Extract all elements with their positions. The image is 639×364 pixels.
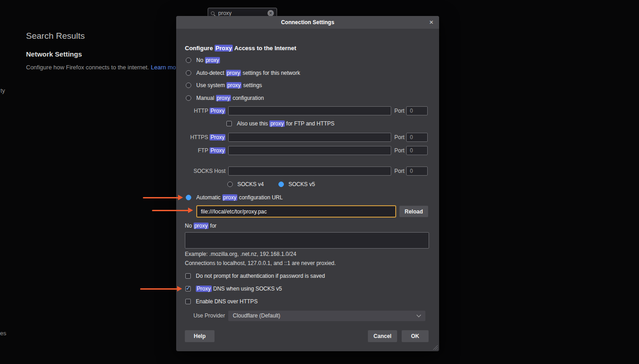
https-port-input[interactable]	[406, 133, 428, 142]
port-label: Port	[394, 106, 404, 116]
checkbox-icon-checked[interactable]: ✓	[185, 286, 191, 291]
label-pre: HTTP	[194, 108, 210, 114]
label-post: configuration	[231, 95, 264, 101]
resize-grip[interactable]	[433, 345, 438, 350]
reload-button[interactable]: Reload	[399, 206, 428, 217]
option-label: Use system proxy settings	[196, 82, 262, 88]
option-label: Auto-detect proxy settings for this netw…	[196, 70, 300, 76]
label-post: settings for this network	[241, 70, 300, 76]
cancel-button[interactable]: Cancel	[368, 330, 397, 342]
option-label: Enable DNS over HTTPS	[196, 298, 257, 305]
arrow-head-icon	[177, 286, 182, 291]
label-post: for	[209, 223, 216, 229]
socks-v5-label: SOCKS v5	[288, 181, 315, 187]
proxy-dns-checkbox-row[interactable]: ✓ Proxy DNS when using SOCKS v5	[185, 284, 282, 293]
label-pre: No	[196, 57, 205, 63]
ok-button[interactable]: OK	[402, 330, 429, 342]
annotation-arrow-proxy-dns	[140, 286, 182, 292]
http-proxy-row: HTTP Proxy Port	[176, 106, 439, 116]
sidebar-label-fragment-bottom: es	[0, 330, 6, 337]
label-pre: Auto-detect	[196, 70, 226, 76]
provider-selected-value: Cloudflare (Default)	[233, 312, 280, 319]
radio-icon[interactable]	[186, 195, 191, 200]
arrow-head-icon	[188, 208, 193, 213]
search-icon	[211, 11, 215, 15]
auth-prompt-checkbox-row[interactable]: Do not prompt for authentication if pass…	[185, 271, 325, 281]
checkbox-icon[interactable]	[226, 121, 232, 126]
label-pre: Use system	[196, 82, 226, 88]
radio-option-auto-detect[interactable]: Auto-detect proxy settings for this netw…	[186, 68, 300, 78]
radio-icon[interactable]	[186, 57, 191, 63]
sidebar-label-fragment-top: ty	[0, 87, 5, 94]
https-proxy-row: HTTPS Proxy Port	[176, 132, 439, 142]
radio-option-system-proxy[interactable]: Use system proxy settings	[186, 81, 262, 90]
http-proxy-input[interactable]	[228, 106, 391, 115]
radio-icon[interactable]	[186, 95, 191, 101]
use-provider-label: Use Provider	[176, 311, 225, 321]
option-label: Also use this proxy for FTP and HTTPS	[237, 120, 335, 127]
dialog-titlebar: Connection Settings ✕	[176, 16, 439, 29]
radio-option-auto-config-url[interactable]: Automatic proxy configuration URL	[186, 193, 283, 202]
label-pre: Enable DNS over HTTPS	[196, 298, 257, 305]
socks-port-input[interactable]	[406, 166, 428, 176]
socks-v4-label: SOCKS v4	[237, 181, 264, 187]
provider-select[interactable]: Cloudflare (Default)	[228, 311, 425, 321]
checkbox-icon[interactable]	[185, 299, 191, 304]
dialog-heading: Configure Proxy Access to the Internet	[185, 45, 296, 52]
http-port-input[interactable]	[406, 106, 428, 115]
help-button[interactable]: Help	[185, 330, 215, 342]
label-pre: Also use this	[237, 120, 269, 127]
label-pre: HTTPS	[190, 134, 210, 140]
port-label: Port	[394, 132, 404, 142]
label-post: settings	[241, 82, 262, 88]
socks-host-row: SOCKS Host Port	[176, 166, 439, 176]
heading-highlight: Proxy	[215, 45, 233, 52]
socks-host-label: SOCKS Host	[176, 166, 225, 176]
arrow-line	[143, 197, 179, 198]
label-pre: Manual	[196, 95, 216, 101]
use-provider-row: Use Provider Cloudflare (Default)	[176, 311, 439, 321]
radio-icon[interactable]	[186, 70, 191, 76]
label-pre: Do not prompt for authentication if pass…	[196, 273, 325, 279]
label-pre: Automatic	[196, 194, 222, 201]
socks-v5-radio[interactable]	[278, 182, 284, 187]
no-proxy-for-label: No proxy for	[185, 223, 216, 229]
connection-settings-dialog: Connection Settings ✕ Configure Proxy Ac…	[176, 16, 439, 351]
label-highlight: Proxy	[210, 108, 225, 114]
label-highlight: Proxy	[210, 134, 225, 140]
dns-over-https-checkbox-row[interactable]: Enable DNS over HTTPS	[185, 297, 257, 306]
label-pre: SOCKS Host	[194, 168, 225, 174]
ftp-proxy-input[interactable]	[228, 146, 391, 155]
checkbox-icon[interactable]	[185, 273, 191, 279]
no-proxy-for-textarea[interactable]	[185, 232, 429, 249]
label-pre: FTP	[198, 147, 210, 154]
annotation-arrow-auto-url	[143, 195, 183, 201]
learn-more-link[interactable]: Learn mor	[151, 64, 178, 71]
ftp-port-input[interactable]	[406, 146, 428, 155]
label-highlight: proxy	[226, 70, 241, 76]
label-highlight: Proxy	[196, 286, 212, 292]
label-highlight: proxy	[216, 95, 231, 101]
heading-post: Access to the Internet	[233, 45, 296, 52]
arrow-head-icon	[178, 195, 183, 200]
label-post: DNS when using SOCKS v5	[212, 286, 282, 292]
radio-option-manual-proxy[interactable]: Manual proxy configuration	[186, 94, 264, 103]
radio-icon[interactable]	[186, 83, 191, 88]
radio-option-no-proxy[interactable]: No proxy	[186, 56, 220, 65]
annotation-arrow-url-field	[152, 208, 193, 213]
option-label: No proxy	[196, 57, 220, 63]
clear-search-icon[interactable]: ✕	[267, 10, 274, 16]
also-use-proxy-checkbox-row[interactable]: Also use this proxy for FTP and HTTPS	[226, 119, 335, 128]
https-proxy-input[interactable]	[228, 133, 391, 142]
socks-v4-radio[interactable]	[227, 182, 233, 187]
socks-host-input[interactable]	[228, 166, 391, 176]
auto-config-url-input[interactable]	[196, 205, 396, 218]
check-icon: ✓	[186, 285, 191, 291]
close-icon[interactable]: ✕	[426, 16, 436, 29]
label-highlight: proxy	[226, 82, 241, 88]
network-settings-description: Configure how Firefox connects to the in…	[26, 64, 178, 71]
https-proxy-label: HTTPS Proxy	[176, 132, 225, 142]
label-post: configuration URL	[237, 194, 283, 201]
search-results-title: Search Results	[26, 31, 85, 41]
ftp-proxy-label: FTP Proxy	[176, 146, 225, 156]
